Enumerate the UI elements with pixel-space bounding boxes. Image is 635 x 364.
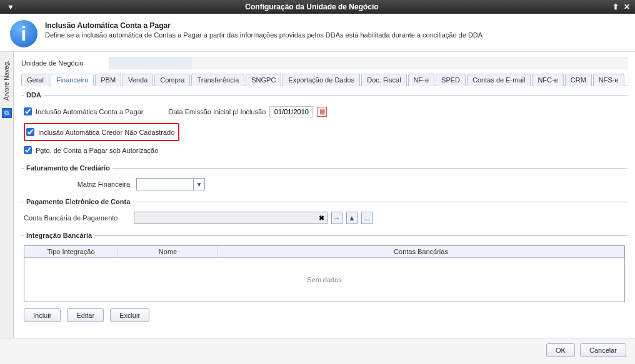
faturamento-legend: Faturamento de Crediário	[24, 164, 112, 172]
lookup-more-icon[interactable]: ...	[361, 212, 372, 224]
checkbox-credor-nao-cadastrado[interactable]: Inclusão Automática Credor Não Cadastrad…	[26, 128, 174, 136]
tab-venda[interactable]: Venda	[122, 74, 153, 86]
tab-geral[interactable]: Geral	[21, 74, 49, 86]
col-contas-bancarias[interactable]: Contas Bancárias	[218, 246, 624, 257]
col-nome[interactable]: Nome	[118, 246, 218, 257]
matriz-financeira-combo[interactable]: ▼	[136, 178, 205, 190]
calendar-icon[interactable]: ▦	[317, 107, 327, 117]
incluir-button[interactable]: Incluir	[24, 308, 61, 322]
titlebar-close-icon[interactable]: ✕	[622, 2, 631, 11]
pagamento-fieldset: Pagamento Eletrônico de Conta Conta Banc…	[21, 198, 628, 227]
tab-crm[interactable]: CRM	[565, 74, 592, 86]
tab-compra[interactable]: Compra	[154, 74, 190, 86]
matriz-financeira-label: Matriz Financeira	[24, 180, 130, 188]
faturamento-fieldset: Faturamento de Crediário Matriz Financei…	[21, 164, 628, 193]
titlebar: ▾ Configuração da Unidade de Negócio ⬆ ✕	[0, 0, 635, 14]
checkbox-credor-label: Inclusão Automática Credor Não Cadastrad…	[38, 129, 174, 136]
tab-sped[interactable]: SPED	[436, 74, 466, 86]
info-icon: i	[10, 20, 38, 47]
side-panel-label: Árvore Naveg.	[3, 57, 10, 104]
integracao-legend: Integração Bancária	[24, 232, 94, 239]
content-area: Unidade de Negócio GeralFinanceiroPBMVen…	[14, 52, 635, 338]
conta-bancaria-lookup[interactable]: ✖	[134, 212, 328, 224]
header: i Inclusão Automática Conta a Pagar Defi…	[0, 14, 635, 51]
conta-bancaria-label: Conta Bancária de Pagamento	[24, 214, 130, 222]
tab-sngpc[interactable]: SNGPC	[246, 74, 281, 86]
date-emissao-input[interactable]	[269, 106, 313, 117]
window-title: Configuração da Unidade de Negócio	[15, 2, 609, 11]
checkbox-credor-input[interactable]	[26, 128, 34, 136]
chevron-down-icon: ▼	[193, 179, 204, 190]
checkbox-inclusao-auto[interactable]: Inclusão Automática Conta a Pagar	[24, 107, 143, 116]
clear-icon[interactable]: ✖	[316, 214, 327, 222]
integracao-grid: Tipo Integração Nome Contas Bancárias Se…	[24, 245, 625, 302]
excluir-button[interactable]: Excluir	[110, 308, 149, 322]
tab-exporta-o-de-dados[interactable]: Exportação de Dados	[282, 74, 360, 86]
ok-button[interactable]: OK	[546, 343, 575, 357]
titlebar-restore-icon[interactable]: ⬆	[611, 2, 620, 11]
editar-button[interactable]: Editar	[67, 308, 104, 322]
tab-doc-fiscal[interactable]: Doc. Fiscal	[361, 74, 406, 86]
business-unit-row: Unidade de Negócio	[21, 57, 628, 69]
tab-pbm[interactable]: PBM	[95, 74, 121, 86]
grid-empty: Sem dados	[24, 258, 624, 302]
header-title: Inclusão Automática Conta a Pagar	[45, 21, 482, 30]
side-panel[interactable]: Árvore Naveg. ⧉	[0, 52, 14, 338]
tab-financeiro[interactable]: Financeiro	[51, 74, 94, 86]
dda-legend: DDA	[24, 91, 44, 99]
footer: OK Cancelar	[0, 338, 635, 362]
side-panel-handle-icon[interactable]: ⧉	[2, 108, 12, 118]
highlighted-checkbox: Inclusão Automática Credor Não Cadastrad…	[24, 123, 179, 141]
tabs: GeralFinanceiroPBMVendaCompraTransferênc…	[21, 73, 628, 86]
checkbox-inclusao-auto-label: Inclusão Automática Conta a Pagar	[36, 108, 143, 116]
business-unit-field[interactable]	[109, 57, 628, 69]
header-subtitle: Define se a inclusão automática de Conta…	[45, 31, 482, 39]
lookup-go-icon[interactable]: →	[331, 212, 342, 224]
checkbox-pgto-autorizacao[interactable]: Pgto. de Conta a Pagar sob Autorização	[24, 146, 625, 154]
dda-fieldset: DDA Inclusão Automática Conta a Pagar Da…	[21, 91, 628, 159]
tab-nfs-e[interactable]: NFS-e	[593, 74, 624, 86]
tab-transfer-ncia[interactable]: Transferência	[191, 74, 244, 86]
date-emissao-label: Data Emissão Inicial p/ Inclusão	[168, 108, 266, 116]
checkbox-pgto-label: Pgto. de Conta a Pagar sob Autorização	[36, 147, 158, 154]
lookup-up-icon[interactable]: ▲	[346, 212, 358, 224]
col-tipo-integracao[interactable]: Tipo Integração	[24, 246, 118, 257]
checkbox-inclusao-auto-input[interactable]	[24, 107, 32, 116]
pagamento-legend: Pagamento Eletrônico de Conta	[24, 198, 132, 205]
tab-nf-e[interactable]: NF-e	[408, 74, 434, 86]
integracao-fieldset: Integração Bancária Tipo Integração Nome…	[21, 232, 628, 325]
tab-nfc-e[interactable]: NFC-e	[532, 74, 563, 86]
cancel-button[interactable]: Cancelar	[580, 343, 626, 357]
tab-contas-de-e-mail[interactable]: Contas de E-mail	[467, 74, 531, 86]
titlebar-dropdown-icon[interactable]: ▾	[6, 2, 15, 11]
business-unit-label: Unidade de Negócio	[21, 59, 109, 67]
grid-header: Tipo Integração Nome Contas Bancárias	[24, 246, 624, 258]
checkbox-pgto-input[interactable]	[24, 146, 32, 154]
